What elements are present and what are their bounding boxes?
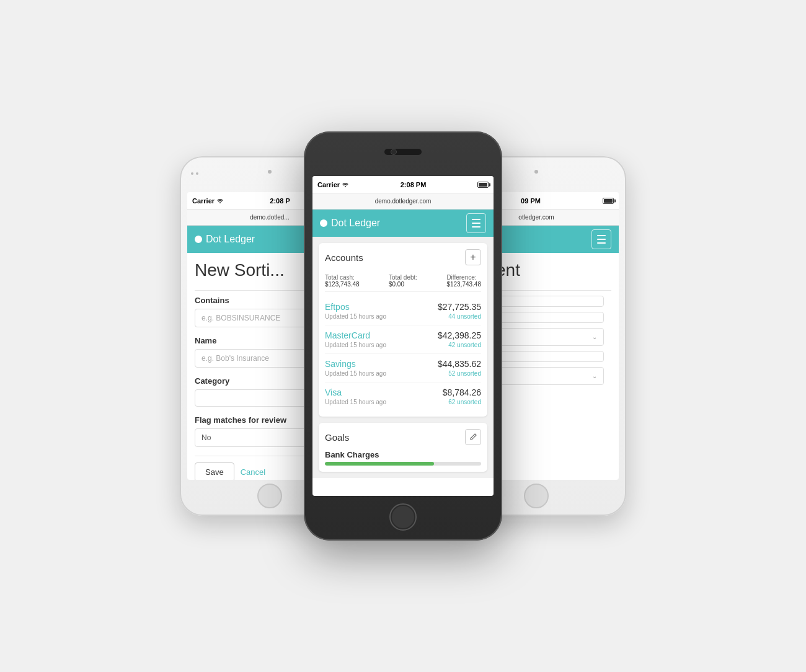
left-camera xyxy=(268,170,272,174)
total-cash-item: Total cash: $123,743.48 xyxy=(325,274,360,288)
left-home-button[interactable] xyxy=(257,484,282,508)
account-updated-eftpos: Updated 15 hours ago xyxy=(325,313,386,320)
difference-item: Difference: $123,743.48 xyxy=(446,274,481,288)
left-save-button[interactable]: Save xyxy=(195,462,234,480)
goals-title: Goals xyxy=(325,432,349,443)
account-row-mastercard[interactable]: MasterCard Updated 15 hours ago $42,398.… xyxy=(325,325,481,354)
menu-line-3 xyxy=(472,226,480,228)
accounts-summary: Total cash: $123,743.48 Total debt: $0.0… xyxy=(325,270,481,292)
center-camera xyxy=(384,149,422,155)
left-app-logo: Dot Ledger xyxy=(195,234,255,245)
goals-card-header: Goals xyxy=(325,429,481,445)
account-right-visa: $8,784.26 62 unsorted xyxy=(443,387,481,405)
center-menu-button[interactable] xyxy=(466,213,486,233)
account-right-mastercard: $42,398.25 42 unsorted xyxy=(438,330,481,348)
center-carrier: Carrier xyxy=(317,181,349,188)
center-logo-dot xyxy=(320,219,327,227)
left-logo-dot xyxy=(195,236,202,243)
add-account-button[interactable]: + xyxy=(465,249,481,265)
center-home-button[interactable] xyxy=(389,503,417,531)
account-unsorted-eftpos: 44 unsorted xyxy=(438,313,481,320)
center-app-logo: Dot Ledger xyxy=(320,218,380,229)
account-name-visa: Visa xyxy=(325,387,386,397)
account-amount-savings: $44,835.62 xyxy=(438,359,481,369)
center-phone: Carrier 2:08 PM demo.dotledger.com xyxy=(304,131,502,541)
left-side-dots xyxy=(191,172,198,175)
account-amount-visa: $8,784.26 xyxy=(443,387,481,397)
bank-charges-title: Bank Charges xyxy=(325,450,481,459)
edit-goals-button[interactable] xyxy=(465,429,481,445)
center-wifi-icon xyxy=(342,182,349,187)
right-menu-button[interactable] xyxy=(591,229,611,249)
account-name-savings: Savings xyxy=(325,359,386,369)
accounts-card-header: Accounts + xyxy=(325,249,481,265)
left-carrier: Carrier xyxy=(192,197,224,205)
bank-charges-progress-bar xyxy=(325,462,481,466)
right-chevron-down-2: ⌄ xyxy=(592,373,597,379)
right-menu-line-1 xyxy=(597,235,606,236)
account-amount-eftpos: $27,725.35 xyxy=(438,302,481,312)
edit-icon xyxy=(469,433,477,441)
right-camera xyxy=(534,170,538,174)
center-battery-icon xyxy=(477,182,489,188)
right-menu-line-3 xyxy=(597,242,606,244)
account-row-savings[interactable]: Savings Updated 15 hours ago $44,835.62 … xyxy=(325,354,481,382)
account-name-mastercard: MasterCard xyxy=(325,330,386,340)
bank-charges-progress-fill xyxy=(325,462,434,466)
menu-line-1 xyxy=(472,219,480,220)
total-debt-item: Total debt: $0.00 xyxy=(389,274,417,288)
account-updated-mastercard: Updated 15 hours ago xyxy=(325,342,386,348)
left-wifi-icon xyxy=(216,198,224,203)
account-row-eftpos[interactable]: Eftpos Updated 15 hours ago $27,725.35 4… xyxy=(325,297,481,325)
right-home-button[interactable] xyxy=(524,484,549,508)
account-unsorted-savings: 52 unsorted xyxy=(438,370,481,377)
right-menu-line-2 xyxy=(597,239,606,240)
account-updated-visa: Updated 15 hours ago xyxy=(325,399,386,405)
center-status-bar: Carrier 2:08 PM xyxy=(312,176,494,193)
menu-line-2 xyxy=(472,223,480,224)
center-content: Accounts + Total cash: $123,743.48 Total… xyxy=(312,237,494,478)
account-right-eftpos: $27,725.35 44 unsorted xyxy=(438,302,481,320)
accounts-card: Accounts + Total cash: $123,743.48 Total… xyxy=(319,243,487,417)
svg-point-1 xyxy=(345,186,346,187)
accounts-title: Accounts xyxy=(325,252,363,263)
phones-container: Carrier 2:08 P demo.dotled... xyxy=(161,51,645,621)
account-row-visa[interactable]: Visa Updated 15 hours ago $8,784.26 62 u… xyxy=(325,382,481,410)
center-browser-bar: demo.dotledger.com xyxy=(312,193,494,210)
left-cancel-button[interactable]: Cancel xyxy=(241,462,265,480)
goals-card: Goals Bank Charges xyxy=(319,423,487,472)
account-amount-mastercard: $42,398.25 xyxy=(438,330,481,340)
center-screen: Carrier 2:08 PM demo.dotledger.com xyxy=(312,176,494,496)
right-battery-icon xyxy=(603,198,614,204)
center-app-header: Dot Ledger xyxy=(312,210,494,237)
right-chevron-down-1: ⌄ xyxy=(592,334,597,340)
account-unsorted-mastercard: 42 unsorted xyxy=(438,342,481,348)
account-right-savings: $44,835.62 52 unsorted xyxy=(438,359,481,377)
svg-point-0 xyxy=(219,202,221,203)
account-updated-savings: Updated 15 hours ago xyxy=(325,370,386,377)
account-unsorted-visa: 62 unsorted xyxy=(443,399,481,405)
account-name-eftpos: Eftpos xyxy=(325,302,386,312)
